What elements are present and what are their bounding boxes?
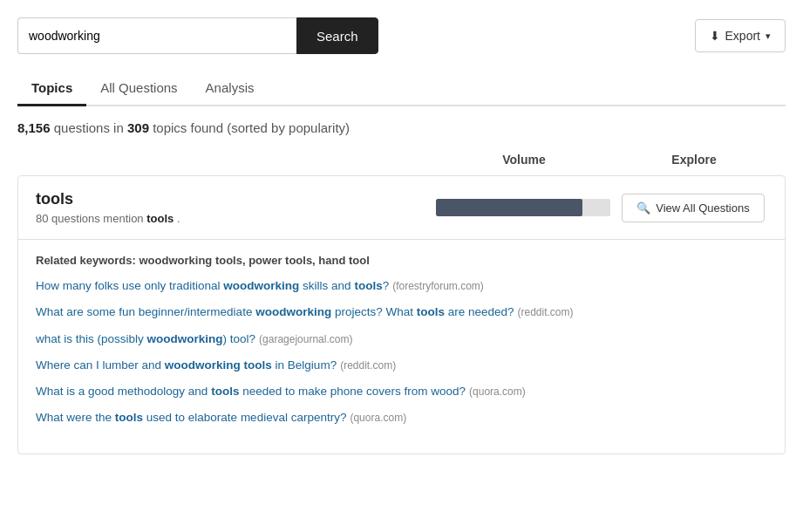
search-button[interactable]: Search	[296, 17, 378, 54]
volume-header: Volume	[428, 153, 620, 167]
q1-middle: skills and	[299, 279, 354, 292]
stats-line: 8,156 questions in 309 topics found (sor…	[17, 120, 786, 135]
tab-bar: Topics All Questions Analysis	[17, 72, 786, 106]
tab-all-questions[interactable]: All Questions	[86, 72, 191, 106]
q3-source: (garagejournal.com)	[259, 333, 352, 345]
question-count: 8,156	[17, 120, 51, 135]
q4-bold1: woodworking	[165, 358, 241, 372]
search-bar: Search ⬇ Export ▾	[17, 17, 786, 54]
export-button[interactable]: ⬇ Export ▾	[695, 19, 786, 52]
q5-middle: needed to make phone covers from wood?	[239, 385, 466, 398]
volume-bar-fill	[436, 199, 582, 216]
related-section: Related keywords: woodworking tools, pow…	[18, 240, 785, 454]
q4-bold2: tools	[244, 358, 272, 372]
view-all-questions-button[interactable]: 🔍 View All Questions	[622, 194, 764, 222]
question-link-3[interactable]: what is this (possibly woodworking) tool…	[36, 331, 767, 348]
q1-bold1: woodworking	[223, 279, 299, 292]
q5-source: (quora.com)	[469, 385, 526, 398]
view-btn-area: 🔍 View All Questions	[619, 194, 767, 222]
q6-before: What were the	[36, 411, 115, 424]
question-link-5[interactable]: What is a good methodology and tools nee…	[36, 383, 767, 400]
view-all-label: View All Questions	[656, 201, 749, 215]
q2-middle: projects? What	[331, 305, 417, 318]
topic-question-count: 80 questions mention tools .	[36, 212, 427, 225]
q4-before: Where can I lumber and	[36, 358, 165, 372]
topic-info: tools 80 questions mention tools .	[36, 190, 427, 225]
related-keywords-values: woodworking tools, power tools, hand too…	[140, 254, 370, 267]
topic-name: tools	[36, 190, 427, 208]
q2-bold2: tools	[417, 305, 445, 318]
tab-analysis[interactable]: Analysis	[192, 72, 269, 106]
q2-source: (reddit.com)	[518, 306, 574, 318]
related-keywords-label: Related keywords:	[36, 254, 136, 267]
q6-middle: used to elaborate medieval carpentry?	[143, 411, 346, 424]
stats-topics-label: topics found (sorted by popularity)	[153, 120, 350, 135]
search-input-group: Search	[17, 17, 378, 54]
question-link-6[interactable]: What were the tools used to elaborate me…	[36, 409, 767, 426]
topic-card: tools 80 questions mention tools . 🔍 Vie…	[17, 175, 786, 454]
topic-count: 309	[127, 120, 149, 135]
q2-before: What are some fun beginner/intermediate	[36, 305, 255, 318]
topic-header: tools 80 questions mention tools . 🔍 Vie…	[18, 176, 785, 240]
count-word: questions mention	[51, 212, 146, 225]
q2-after: are needed?	[445, 305, 514, 318]
export-icon: ⬇	[710, 29, 720, 43]
export-label: Export	[725, 29, 760, 43]
caret-icon: ▾	[766, 31, 771, 42]
related-keywords: Related keywords: woodworking tools, pow…	[36, 254, 767, 267]
q5-before: What is a good methodology and	[36, 385, 211, 398]
q1-source: (forestryforum.com)	[392, 280, 484, 292]
q6-source: (quora.com)	[350, 412, 406, 424]
volume-bar-track	[436, 199, 610, 216]
search-input[interactable]	[17, 17, 296, 54]
q1-bold2: tools	[354, 279, 382, 292]
tab-topics[interactable]: Topics	[17, 72, 86, 106]
explore-header: Explore	[620, 153, 768, 167]
search-icon: 🔍	[636, 201, 650, 215]
q5-bold1: tools	[211, 385, 239, 398]
count-keyword: tools	[146, 212, 174, 225]
q3-middle: ) tool?	[223, 332, 256, 345]
question-link-1[interactable]: How many folks use only traditional wood…	[36, 277, 767, 295]
q2-bold1: woodworking	[255, 305, 331, 318]
q6-bold1: tools	[115, 411, 143, 424]
q1-before: How many folks use only traditional	[36, 279, 223, 292]
count-number: 80	[36, 212, 48, 225]
stats-description: questions in	[54, 120, 127, 135]
q3-before: what is this (possibly	[36, 332, 147, 345]
q3-bold1: woodworking	[147, 332, 223, 345]
volume-bar-area	[427, 199, 619, 216]
q4-after: in Belgium?	[272, 358, 337, 372]
question-link-2[interactable]: What are some fun beginner/intermediate …	[36, 304, 767, 321]
question-link-4[interactable]: Where can I lumber and woodworking tools…	[36, 357, 767, 374]
q1-after: ?	[383, 279, 390, 292]
column-headers: Volume Explore	[17, 153, 786, 167]
q4-source: (reddit.com)	[340, 359, 396, 372]
